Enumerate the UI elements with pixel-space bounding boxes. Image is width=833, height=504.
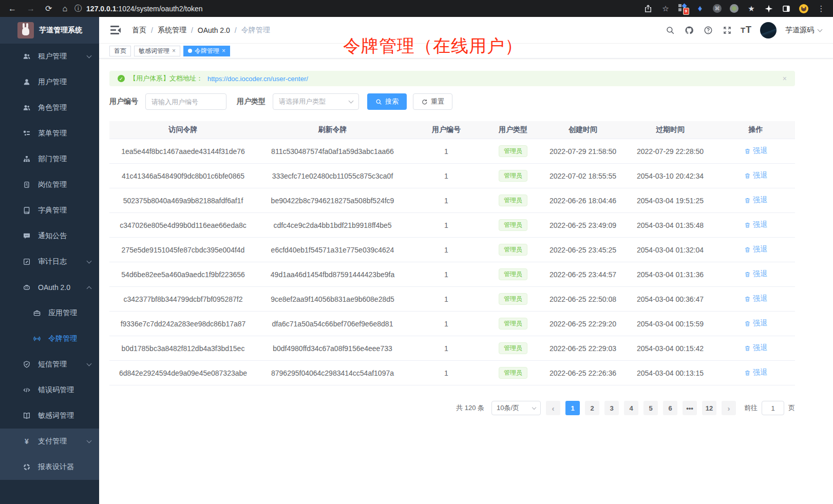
sidebar-item-user[interactable]: 用户管理 xyxy=(0,69,99,95)
puzzle-extensions-icon[interactable] xyxy=(764,4,773,13)
prev-page-button[interactable]: ‹ xyxy=(546,401,560,415)
sidebar-item-menu[interactable]: 菜单管理 xyxy=(0,121,99,146)
browser-toolbar: ← → ⟳ ⌂ ⓘ 127.0.0.1:1024/system/oauth2/t… xyxy=(0,0,833,17)
force-logout-button[interactable]: 强退 xyxy=(744,343,767,353)
page-button-6[interactable]: 6 xyxy=(663,401,677,415)
sidebar-item-audit[interactable]: 审计日志 xyxy=(0,249,99,275)
sidebar-item-role[interactable]: 角色管理 xyxy=(0,95,99,121)
page-button-2[interactable]: 2 xyxy=(585,401,599,415)
close-icon[interactable]: × xyxy=(222,47,225,54)
browser-menu-icon[interactable]: ⋮ xyxy=(817,4,826,13)
sidebar-item-notice[interactable]: 通知公告 xyxy=(0,223,99,249)
font-size-icon[interactable]: TT xyxy=(741,25,751,35)
force-logout-button[interactable]: 强退 xyxy=(744,245,767,254)
force-logout-button[interactable]: 强退 xyxy=(744,196,767,205)
search-button[interactable]: 搜索 xyxy=(367,93,407,110)
sidebar-item-pay[interactable]: ¥ 支付管理 xyxy=(0,429,99,454)
help-icon[interactable] xyxy=(703,25,713,35)
breadcrumb-home[interactable]: 首页 xyxy=(132,26,146,35)
tag-home[interactable]: 首页 xyxy=(109,46,131,56)
more-pages-button[interactable]: ••• xyxy=(683,401,697,415)
extension-badge-icon[interactable]: 9 xyxy=(678,4,687,13)
user-type-badge: 管理员 xyxy=(499,219,527,231)
sidebar-collapse-icon[interactable] xyxy=(110,26,121,34)
force-logout-button[interactable]: 强退 xyxy=(744,269,767,279)
goto-label: 前往 xyxy=(744,403,758,413)
tag-sensitive[interactable]: 敏感词管理 × xyxy=(134,46,180,56)
profile-avatar-icon[interactable] xyxy=(799,4,808,13)
breadcrumb-separator: / xyxy=(235,26,237,34)
user-type-badge: 管理员 xyxy=(499,367,527,379)
table-row: 54d6be82ee5a460a9aedc1f9bf22365649d1aa46… xyxy=(109,262,795,287)
filter-form: 用户编号 用户类型 请选择用户类型 搜索 重置 xyxy=(109,93,795,110)
page-size-select[interactable]: 10条/页 xyxy=(491,401,541,415)
sidebar-item-label: 菜单管理 xyxy=(38,129,91,138)
sidebar-item-dept[interactable]: 部门管理 xyxy=(0,146,99,172)
force-logout-button[interactable]: 强退 xyxy=(744,146,767,156)
share-icon[interactable] xyxy=(643,4,653,13)
url-host: 127.0.0.1 xyxy=(86,5,116,13)
user-type-select[interactable]: 请选择用户类型 xyxy=(273,93,359,110)
search-icon[interactable] xyxy=(665,25,675,35)
sidebar-item-oauth-app[interactable]: 应用管理 xyxy=(0,300,99,326)
force-logout-button[interactable]: 强退 xyxy=(744,220,767,229)
chevron-down-icon xyxy=(349,99,354,104)
force-logout-button[interactable]: 强退 xyxy=(744,368,767,377)
sidebar-item-tenant[interactable]: 租户管理 xyxy=(0,44,99,69)
sidebar-item-sensitive[interactable]: 敏感词管理 xyxy=(0,403,99,429)
side-panel-icon[interactable] xyxy=(782,4,791,13)
message-icon xyxy=(23,232,31,240)
user-type-badge: 管理员 xyxy=(499,145,527,157)
trash-icon xyxy=(744,320,751,327)
page-button-5[interactable]: 5 xyxy=(643,401,658,415)
sidebar-item-post[interactable]: 岗位管理 xyxy=(0,172,99,198)
sidebar-item-oauth-token[interactable]: 令牌管理 xyxy=(0,326,99,352)
doc-alert-banner: ✓ 【用户体系】文档地址： https://doc.iocoder.cn/use… xyxy=(109,71,795,86)
code-icon xyxy=(23,386,31,394)
breadcrumb-oauth[interactable]: OAuth 2.0 xyxy=(198,26,230,34)
sidebar-item-label: 敏感词管理 xyxy=(38,411,91,420)
browser-forward-icon[interactable]: → xyxy=(27,4,35,13)
close-icon[interactable]: × xyxy=(783,74,787,83)
browser-home-icon[interactable]: ⌂ xyxy=(62,4,67,13)
goto-page-input[interactable] xyxy=(762,401,784,415)
site-info-icon[interactable]: ⓘ xyxy=(74,4,82,13)
sidebar-item-oauth[interactable]: OAuth 2.0 xyxy=(0,275,99,300)
force-logout-button[interactable]: 强退 xyxy=(744,294,767,303)
user-menu[interactable]: 芋道源码 xyxy=(785,26,822,35)
reset-button[interactable]: 重置 xyxy=(413,93,452,110)
force-logout-button[interactable]: 强退 xyxy=(744,171,767,180)
page-button-4[interactable]: 4 xyxy=(624,401,638,415)
breadcrumb-system[interactable]: 系统管理 xyxy=(158,26,186,35)
page-button-12[interactable]: 12 xyxy=(702,401,716,415)
browser-refresh-icon[interactable]: ⟳ xyxy=(45,4,52,13)
app-logo[interactable]: 芋道管理系统 xyxy=(0,17,99,44)
user-type-badge: 管理员 xyxy=(499,268,527,280)
close-icon[interactable]: × xyxy=(172,47,176,54)
edit-log-icon xyxy=(23,258,31,266)
bookmark-star-icon[interactable]: ☆ xyxy=(661,4,670,13)
tag-token-active[interactable]: 令牌管理 × xyxy=(183,46,230,56)
sidebar-item-report[interactable]: 报表设计器 xyxy=(0,454,99,480)
recorder-extension-icon[interactable] xyxy=(730,4,739,13)
github-icon[interactable] xyxy=(684,25,694,35)
page-button-1[interactable]: 1 xyxy=(565,401,580,415)
shield-icon xyxy=(23,360,31,369)
doc-link[interactable]: https://doc.iocoder.cn/user-center/ xyxy=(207,75,308,83)
user-avatar[interactable] xyxy=(760,22,777,38)
gem-extension-icon[interactable]: ♦ xyxy=(695,4,705,13)
browser-back-icon[interactable]: ← xyxy=(8,4,16,13)
next-page-button[interactable]: › xyxy=(722,401,736,415)
page-button-3[interactable]: 3 xyxy=(604,401,619,415)
force-logout-button[interactable]: 强退 xyxy=(744,319,767,328)
user-id-input[interactable] xyxy=(145,93,226,110)
command-extension-icon[interactable]: ⌘ xyxy=(713,4,722,13)
green-star-extension-icon[interactable]: ★ xyxy=(747,4,756,13)
fullscreen-icon[interactable] xyxy=(722,25,732,35)
address-bar[interactable]: ⓘ 127.0.0.1:1024/system/oauth2/token xyxy=(74,4,643,13)
sidebar-item-dict[interactable]: 字典管理 xyxy=(0,198,99,223)
breadcrumb-separator: / xyxy=(151,26,153,34)
sidebar-item-sms[interactable]: 短信管理 xyxy=(0,352,99,377)
success-check-icon: ✓ xyxy=(118,75,125,82)
sidebar-item-errcode[interactable]: 错误码管理 xyxy=(0,377,99,403)
